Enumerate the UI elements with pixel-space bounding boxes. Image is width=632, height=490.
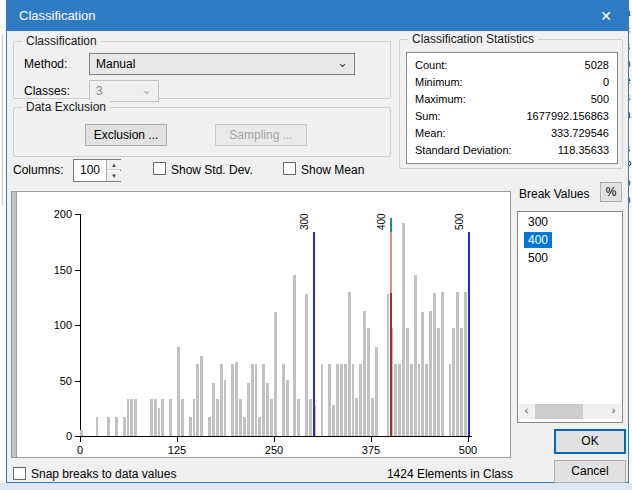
histogram-bar (270, 399, 273, 436)
stat-label: Maximum: (415, 91, 466, 108)
histogram-left-gutter (12, 192, 17, 457)
histogram-bar (177, 347, 180, 436)
break-line[interactable] (468, 232, 470, 436)
stat-label: Standard Deviation: (415, 142, 512, 159)
histogram-bar (344, 364, 347, 436)
scrollbar-thumb[interactable] (535, 404, 583, 419)
histogram-bar (181, 399, 184, 436)
histogram-bar (425, 364, 428, 436)
histogram-bar (406, 328, 409, 436)
histogram-bar (352, 364, 355, 436)
scroll-right-icon[interactable]: › (606, 404, 621, 419)
stat-row: Maximum:500 (415, 91, 609, 108)
ok-button[interactable]: OK (554, 429, 626, 454)
spinner-down-icon[interactable]: ▼ (107, 171, 121, 181)
snap-breaks-label: Snap breaks to data values (31, 467, 176, 481)
data-exclusion-group-label: Data Exclusion (22, 100, 110, 114)
histogram-bar (130, 399, 133, 436)
break-values-list[interactable]: 300400500 ‹ › (517, 211, 623, 423)
histogram-bar (375, 347, 378, 436)
histogram-bar (414, 275, 417, 436)
close-icon[interactable]: ✕ (586, 1, 626, 31)
histogram-bar (161, 399, 164, 436)
break-values-hscrollbar[interactable]: ‹ › (519, 404, 621, 419)
stat-label: Mean: (415, 125, 446, 142)
y-tick-label: 150 (42, 264, 72, 276)
selected-break-handle[interactable] (390, 218, 392, 232)
histogram-bar (247, 383, 250, 436)
break-value-item[interactable]: 300 (524, 214, 552, 230)
histogram-bar (107, 417, 110, 436)
histogram-bar (332, 405, 335, 436)
show-std-dev-label: Show Std. Dev. (171, 163, 253, 177)
histogram-bar (212, 383, 215, 436)
break-line-label: 300 (299, 202, 310, 230)
exclusion-button[interactable]: Exclusion ... (85, 124, 167, 146)
x-tick (177, 437, 178, 442)
histogram-bar (437, 328, 440, 436)
method-combobox[interactable]: Manual ⌄ (89, 53, 355, 75)
snap-breaks-checkbox[interactable] (13, 467, 26, 480)
y-tick-label: 200 (42, 208, 72, 220)
dialog-titlebar[interactable]: Classification ✕ (7, 1, 628, 31)
stat-row: Sum:1677992.156863 (415, 108, 609, 125)
histogram-bar (134, 399, 137, 436)
histogram-bar (305, 294, 308, 436)
cancel-button[interactable]: Cancel (554, 460, 626, 483)
y-tick-label: 50 (42, 375, 72, 387)
histogram-bar (293, 275, 296, 436)
histogram-bar (127, 399, 130, 436)
percent-button[interactable]: % (600, 182, 622, 202)
histogram-bar (340, 364, 343, 436)
histogram-bar (367, 328, 370, 436)
columns-spinner[interactable]: 100 ▲ ▼ (73, 159, 121, 182)
break-line[interactable] (313, 232, 315, 436)
columns-label: Columns: (13, 163, 64, 177)
histogram-bar (371, 398, 374, 436)
histogram-bar (328, 364, 331, 436)
histogram-bar (460, 328, 463, 436)
break-line-selected[interactable] (390, 232, 392, 436)
chevron-down-icon: ⌄ (141, 81, 152, 99)
show-mean-checkbox[interactable] (283, 162, 296, 175)
histogram-bar (239, 399, 242, 436)
histogram-panel[interactable]: 0501001502000125250375500300400500 (11, 191, 511, 458)
histogram-bar (449, 364, 452, 436)
scroll-left-icon[interactable]: ‹ (519, 404, 534, 419)
histogram-bar (258, 417, 261, 436)
classes-label: Classes: (24, 84, 70, 98)
classes-combobox[interactable]: 3 ⌄ (89, 80, 159, 102)
break-line-label: 400 (376, 202, 387, 230)
break-value-item[interactable]: 500 (524, 250, 552, 266)
sampling-button[interactable]: Sampling ... (215, 124, 307, 146)
classification-group-label: Classification (22, 34, 101, 48)
histogram-bar (169, 399, 172, 436)
spinner-up-icon[interactable]: ▲ (107, 160, 121, 170)
break-values-label: Break Values (519, 187, 589, 201)
stat-value: 5028 (585, 57, 609, 74)
statistics-group-label: Classification Statistics (408, 32, 538, 46)
statistics-box: Count:5028Minimum:0Maximum:500Sum:167799… (406, 52, 618, 164)
break-value-item[interactable]: 400 (524, 232, 552, 248)
histogram-bar (348, 292, 351, 436)
background-bottom-strip (0, 483, 632, 490)
columns-value[interactable]: 100 (74, 160, 106, 181)
x-tick-label: 125 (162, 444, 192, 456)
data-exclusion-groupbox: Data Exclusion Exclusion ... Sampling ..… (13, 107, 391, 157)
y-tick (75, 325, 80, 326)
histogram-bar (262, 364, 265, 436)
histogram-bar (274, 312, 277, 436)
histogram-bar (196, 364, 199, 436)
histogram-bar (363, 311, 366, 436)
histogram-bar (433, 293, 436, 436)
histogram-bar (398, 364, 401, 436)
show-std-dev-checkbox[interactable] (153, 162, 166, 175)
histogram-bar (286, 380, 289, 436)
desktop-background: a c s n e s a f s P o n Classification ✕… (0, 0, 632, 490)
histogram-bar (96, 417, 99, 436)
histogram-bar (429, 311, 432, 436)
histogram-bar (309, 399, 312, 436)
histogram-bar (158, 408, 161, 436)
stat-row: Standard Deviation:118.35633 (415, 142, 609, 159)
y-tick (75, 214, 80, 215)
